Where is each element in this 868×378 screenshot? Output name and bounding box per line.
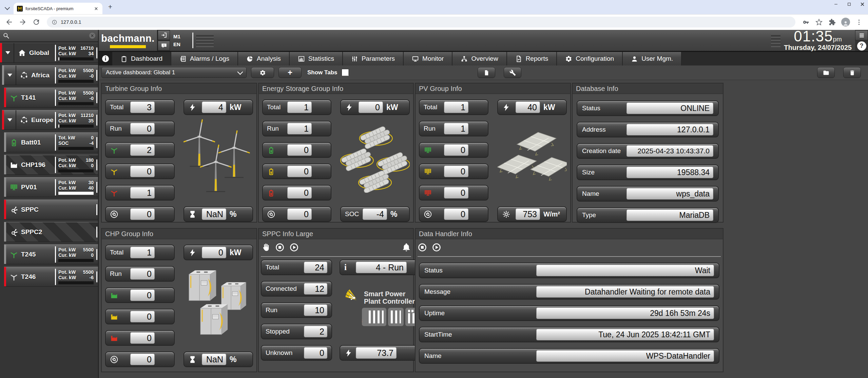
back-icon[interactable] <box>5 18 13 26</box>
db-row-name: Namewps_data <box>577 186 719 202</box>
show-tabs-checkbox[interactable] <box>342 69 349 76</box>
wind-turbines-image <box>184 115 253 201</box>
tab-reports[interactable]: Reports <box>507 52 557 65</box>
panel-title: PV Group Info <box>419 85 462 93</box>
sidebar-item-chp196[interactable]: CHP196 Pot. kW180 Cur. kW0 <box>4 155 98 175</box>
panel-storage-group: Energy Storage Group Info Total1 Run1 0 … <box>258 83 414 223</box>
new-tab-button[interactable]: + <box>106 3 115 12</box>
panel-chp-group: CHP Group Info Total1 Run0 0 0 0 0 0kW <box>101 228 257 372</box>
open-dashboard-button[interactable] <box>817 67 835 78</box>
wrench-icon <box>509 70 516 76</box>
clipboard-icon <box>120 55 128 62</box>
expand-arrow[interactable] <box>2 43 14 62</box>
window-maximize-icon[interactable] <box>847 2 851 6</box>
help-button[interactable]: ? <box>857 41 866 51</box>
play-icon[interactable] <box>289 243 299 252</box>
factory-warning-icon <box>110 313 130 321</box>
home-icon <box>18 49 26 57</box>
stop-icon[interactable] <box>275 243 285 252</box>
battery-packs-image <box>340 115 410 201</box>
pie-chart-icon <box>246 55 253 62</box>
item-label: T245 <box>21 251 36 258</box>
delete-dashboard-button[interactable] <box>843 67 861 78</box>
forward-icon[interactable] <box>19 18 27 26</box>
window-close-icon[interactable] <box>860 2 865 6</box>
browser-menu-icon[interactable] <box>855 19 863 26</box>
play-icon[interactable] <box>432 243 441 252</box>
hub-icon <box>9 205 18 214</box>
dashboard-settings-button[interactable] <box>251 67 274 78</box>
item-label: T141 <box>21 94 36 101</box>
sidebar-item-africa[interactable]: Africa Pot. kW5500 Cur. kW-0 <box>2 65 98 85</box>
factory-icon <box>9 160 18 169</box>
drag-handle <box>96 159 97 170</box>
browser-tab[interactable]: forsiteSCADA - premium <box>14 3 102 14</box>
url-bar[interactable]: 127.0.0.1 <box>47 17 795 27</box>
plug-icon <box>424 210 444 219</box>
field-run: Run0 <box>105 266 175 282</box>
tab-dashboard[interactable]: Dashboard <box>112 52 171 65</box>
tab-close-icon[interactable] <box>93 6 99 12</box>
reload-icon[interactable] <box>32 18 40 26</box>
sidebar-item-sppc2[interactable]: SPPC2 <box>4 222 98 242</box>
item-metrics: Pot. kW5500 Cur. kW0 <box>55 246 95 263</box>
report-icon <box>515 55 522 62</box>
sun-icon <box>502 210 516 219</box>
field-total: Total1 <box>262 99 331 115</box>
login-button[interactable] <box>158 30 170 40</box>
db-row-creation-date: Creation date2025-04-23 10:43:37.0 <box>577 143 719 159</box>
sidebar-item-t245[interactable]: T245 Pot. kW5500 Cur. kW0 <box>4 244 98 264</box>
main-menu-button[interactable] <box>855 30 868 40</box>
power-bar <box>58 57 94 60</box>
window-minimize-icon[interactable] <box>834 2 838 6</box>
tab-statistics[interactable]: Statistics <box>290 52 342 65</box>
manual-hand-icon[interactable] <box>261 243 270 252</box>
password-key-icon[interactable] <box>802 19 809 26</box>
edit-dashboard-button[interactable] <box>504 67 521 78</box>
expand-arrow[interactable] <box>4 65 16 85</box>
active-dashboard-select[interactable]: Active dashboard: Global 1 <box>101 67 247 78</box>
module-label: M1 <box>173 34 190 39</box>
field-total: Total3 <box>105 99 175 115</box>
expand-arrow[interactable] <box>4 110 16 130</box>
info-icon[interactable] <box>99 52 112 65</box>
extensions-puzzle-icon[interactable] <box>829 19 836 26</box>
info-letter-icon: i <box>344 263 356 272</box>
tab-user-mgm[interactable]: User Mgm. <box>623 52 681 65</box>
sidebar-item-batt01[interactable]: Batt01 Tot. kW0 SOC-4 <box>4 132 98 152</box>
solar-panel-icon <box>9 183 18 192</box>
add-dashboard-button[interactable]: + <box>278 67 302 78</box>
page-info-icon[interactable] <box>52 19 57 25</box>
bolt-icon <box>345 103 359 112</box>
dashboard-canvas: Turbine Group Info Total3 Run0 2 0 1 0 4… <box>99 80 868 378</box>
sidebar-item-pv01[interactable]: PV01 Pot. kW30 Cur. kW40 <box>4 177 98 197</box>
language-label[interactable]: EN <box>173 41 190 47</box>
profile-avatar[interactable] <box>841 18 850 26</box>
divider <box>418 256 721 257</box>
sidebar-search[interactable] <box>0 30 98 42</box>
tab-search-button[interactable] <box>3 3 12 12</box>
bookmark-star-icon[interactable] <box>815 19 823 26</box>
save-dashboard-button[interactable] <box>478 67 495 78</box>
tab-parameters[interactable]: Parameters <box>343 52 403 65</box>
tab-analysis[interactable]: Analysis <box>238 52 289 65</box>
drag-handle <box>96 48 97 58</box>
sppc-fan-icon <box>344 289 362 306</box>
clear-search-icon[interactable] <box>89 33 95 39</box>
notifications-button[interactable] <box>158 41 170 51</box>
field-run: Run10 <box>261 302 332 318</box>
tab-overview[interactable]: Overview <box>452 52 506 65</box>
tab-alarms-logs[interactable]: Alarms / Logs <box>171 52 237 65</box>
sidebar-item-t141[interactable]: T141 Pot. kW5500 Cur. kW-0 <box>4 88 98 108</box>
db-row-address: Address127.0.0.1 <box>577 122 719 137</box>
gear-icon <box>259 70 266 76</box>
sidebar-item-t246[interactable]: T246 Pot. kW5500 Cur. kW-6 <box>4 267 98 287</box>
chevron-down-icon <box>237 69 243 75</box>
tab-configuration[interactable]: Configuration <box>557 52 622 65</box>
sidebar-item-global[interactable]: Global Pot. kW16710 Cur. kW34 <box>0 43 98 63</box>
sidebar-item-europe[interactable]: Europe Pot. kW11210 Cur. kW35 <box>2 110 98 130</box>
tab-monitor[interactable]: Monitor <box>404 52 452 65</box>
bell-icon[interactable] <box>402 243 411 252</box>
sidebar-item-sppc[interactable]: SPPC <box>4 200 98 220</box>
stop-icon[interactable] <box>418 243 427 252</box>
